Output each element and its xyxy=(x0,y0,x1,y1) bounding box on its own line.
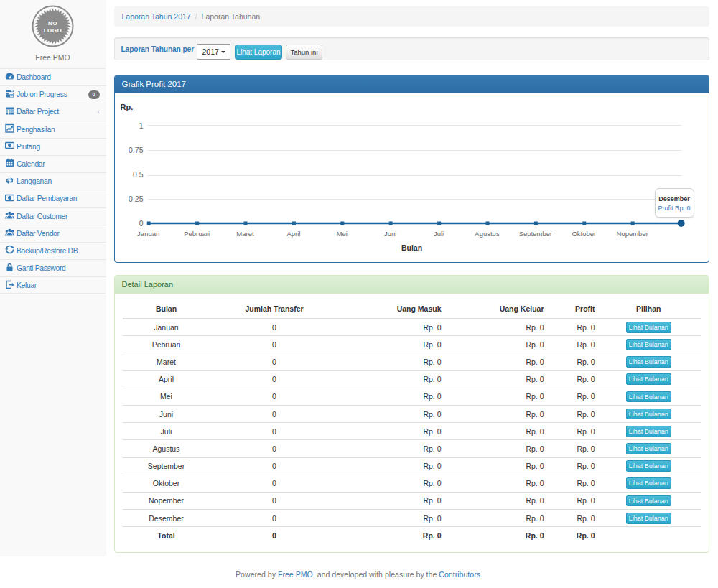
svg-text:NO: NO xyxy=(48,20,57,27)
svg-text:LOGO: LOGO xyxy=(44,27,62,34)
